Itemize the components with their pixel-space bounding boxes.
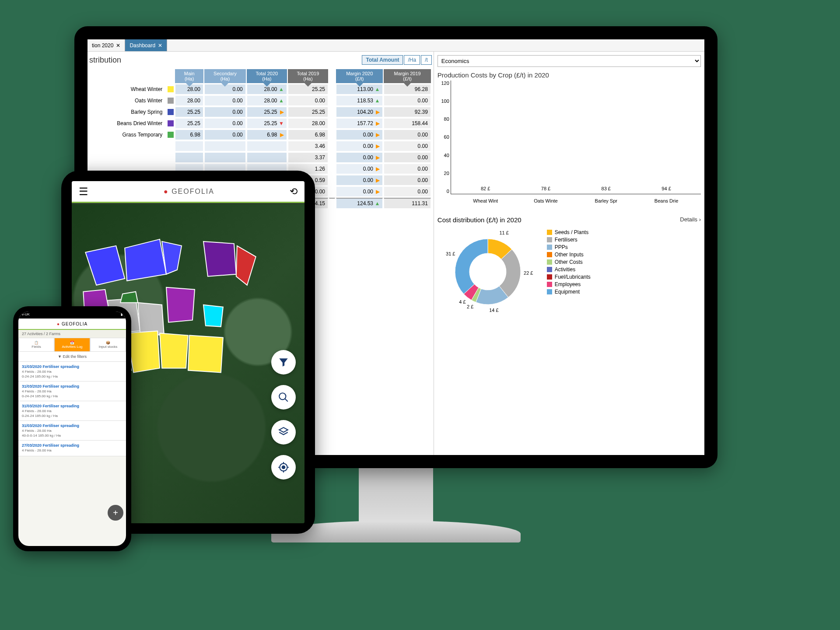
- activity-item[interactable]: 31/03/2020 Fertiliser spreading4 Fields …: [18, 382, 126, 401]
- cell-total-2020: 28.00 ▲: [247, 95, 287, 106]
- economics-select[interactable]: Economics: [438, 55, 701, 67]
- monitor-stand: [359, 468, 433, 525]
- activity-item[interactable]: 31/03/2020 Fertiliser spreading4 Fields …: [18, 362, 126, 382]
- legend-item: Fertilisers: [547, 237, 591, 243]
- crop-color: [165, 118, 174, 129]
- legend-item: Seeds / Plants: [547, 229, 591, 235]
- sync-icon[interactable]: ⟲: [290, 186, 298, 197]
- cell-margin-2020: 0.00 ▶: [336, 152, 383, 163]
- cell-margin-2020: 157.72 ▶: [336, 118, 383, 129]
- cell-margin-2020: 0.00 ▶: [336, 141, 383, 151]
- svg-marker-10: [236, 246, 256, 285]
- cell-margin-2020: 0.00 ▶: [336, 186, 383, 197]
- svg-point-24: [282, 466, 285, 469]
- cell-margin-2019: 92.39: [384, 107, 430, 117]
- svg-marker-16: [203, 305, 223, 327]
- cell-total-2020: [247, 141, 287, 151]
- tab-activities-log[interactable]: 📅Activities Log: [54, 338, 90, 352]
- filter-fab[interactable]: [271, 350, 296, 374]
- add-activity-fab[interactable]: +: [108, 505, 123, 521]
- cell-main: 28.00: [175, 95, 203, 106]
- view-ha-button[interactable]: /Ha: [404, 55, 420, 65]
- edit-filters-button[interactable]: ▼ Edit the filters: [18, 352, 126, 362]
- tablet-header: ☰ ● GEOFOLIA ⟲: [72, 181, 304, 203]
- table-row[interactable]: Beans Dried Winter 25.25 0.00 25.25 ▼ 28…: [90, 118, 431, 129]
- total-margin-2020: 124.53 ▲: [336, 198, 383, 209]
- svg-text:4 £: 4 £: [459, 299, 466, 304]
- search-fab[interactable]: [271, 385, 296, 410]
- svg-marker-20: [188, 336, 223, 373]
- svg-text:11 £: 11 £: [499, 230, 508, 235]
- svg-text:31 £: 31 £: [446, 251, 455, 256]
- phone-tabs: 📋Fields 📅Activities Log 📦Input stocks: [18, 338, 126, 352]
- cell-margin-2020: 0.00 ▶: [336, 175, 383, 186]
- cell-secondary: 0.00: [204, 118, 246, 129]
- activity-item[interactable]: 31/03/2020 Fertiliser spreading4 Fields …: [18, 421, 126, 441]
- cell-total-2020: 6.98 ▶: [247, 130, 287, 140]
- svg-marker-19: [160, 333, 188, 368]
- app-logo: ● GEOFOLIA: [164, 188, 214, 196]
- crop-color: [165, 141, 174, 151]
- cell-total-2019: 6.98: [288, 130, 328, 140]
- crop-color: [165, 152, 174, 163]
- tab-input-stocks[interactable]: 📦Input stocks: [90, 338, 126, 352]
- cell-margin-2019: 0.00: [384, 186, 430, 197]
- table-row[interactable]: Wheat Winter 28.00 0.00 28.00 ▲ 25.25 11…: [90, 84, 431, 94]
- bar-chart: 120100806040200 82 £Wheat Wint78 £Oats W…: [451, 80, 701, 194]
- activity-item[interactable]: 27/03/2020 Fertiliser spreading4 Fields …: [18, 441, 126, 456]
- crop-name: Oats Winter: [90, 95, 164, 106]
- view-toggle-group: Total Amount /Ha /t: [362, 55, 431, 65]
- crop-name: Barley Spring: [90, 107, 164, 117]
- locate-fab[interactable]: [271, 455, 296, 480]
- table-row[interactable]: Barley Spring 25.25 0.00 25.25 ▶ 25.25 1…: [90, 107, 431, 117]
- svg-marker-13: [138, 303, 164, 336]
- table-row[interactable]: 3.37 0.00 ▶ 0.00: [90, 152, 431, 163]
- legend-item: Equipment: [547, 289, 591, 295]
- svg-text:14 £: 14 £: [489, 308, 498, 313]
- activity-list: 31/03/2020 Fertiliser spreading4 Fields …: [18, 362, 126, 456]
- view-t-button[interactable]: /t: [421, 55, 432, 65]
- table-row[interactable]: Oats Winter 28.00 0.00 28.00 ▲ 0.00 118.…: [90, 95, 431, 106]
- activity-item[interactable]: 31/03/2020 Fertiliser spreading4 Fields …: [18, 401, 126, 421]
- legend-swatch: [547, 252, 552, 257]
- close-icon[interactable]: ✕: [158, 42, 162, 49]
- col-total-2019: Total 2019 (Ha): [288, 69, 328, 83]
- svg-marker-7: [125, 239, 166, 281]
- cell-margin-2019: 0.00: [384, 95, 430, 106]
- details-link[interactable]: Details ›: [680, 216, 701, 224]
- tab-dashboard[interactable]: Dashboard ✕: [125, 39, 167, 51]
- svg-text:22 £: 22 £: [524, 270, 533, 276]
- tab-distribution-2020[interactable]: tion 2020 ✕: [88, 39, 125, 51]
- table-row[interactable]: 3.46 0.00 ▶ 0.00: [90, 141, 431, 151]
- col-margin-2019: Margin 2019 (£/t): [384, 69, 430, 83]
- legend-item: Employees: [547, 281, 591, 287]
- layers-fab[interactable]: [271, 420, 296, 444]
- crop-name: Beans Dried Winter: [90, 118, 164, 129]
- crop-name: [90, 141, 164, 151]
- svg-marker-6: [85, 246, 125, 285]
- crop-color: [165, 84, 174, 94]
- cell-total-2019: 3.37: [288, 152, 328, 163]
- cell-main: [175, 141, 203, 151]
- crop-name: Wheat Winter: [90, 84, 164, 94]
- menu-icon[interactable]: ☰: [79, 186, 88, 198]
- tab-bar: tion 2020 ✕ Dashboard ✕: [88, 39, 704, 52]
- y-axis: 120100806040200: [438, 80, 449, 194]
- cell-total-2020: [247, 152, 287, 163]
- total-margin-2019: 111.31: [384, 198, 430, 209]
- panel-title: stribution: [89, 56, 121, 65]
- cell-total-2019: 25.25: [288, 107, 328, 117]
- svg-text:2 £: 2 £: [467, 304, 473, 309]
- cell-main: [175, 152, 203, 163]
- cell-secondary: 0.00: [204, 130, 246, 140]
- legend-item: Activities: [547, 266, 591, 273]
- cell-secondary: [204, 141, 246, 151]
- table-row[interactable]: Grass Temporary 6.98 0.00 6.98 ▶ 6.98 0.…: [90, 130, 431, 140]
- legend-item: Other Inputs: [547, 252, 591, 258]
- svg-line-23: [285, 399, 288, 402]
- tab-label: Dashboard: [130, 42, 155, 49]
- tab-fields[interactable]: 📋Fields: [18, 338, 54, 352]
- close-icon[interactable]: ✕: [116, 42, 120, 49]
- view-total-button[interactable]: Total Amount: [362, 55, 403, 65]
- phone-header: ●GEOFOLIA: [18, 318, 126, 330]
